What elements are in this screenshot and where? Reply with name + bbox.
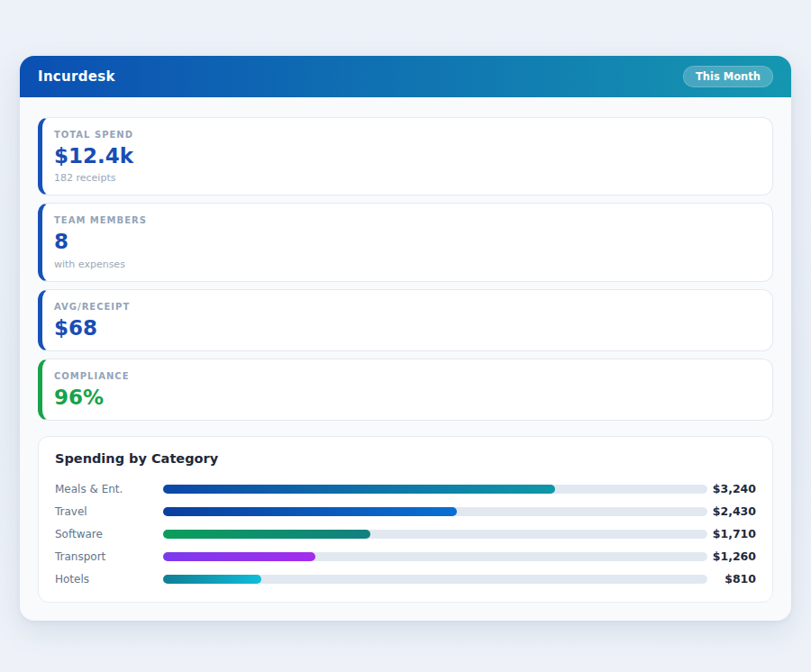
app-title: Incurdesk [38, 68, 115, 85]
category-value: $2,430 [707, 504, 756, 518]
category-label: Software [55, 528, 163, 540]
bar-track [163, 507, 707, 516]
bar-fill-travel [163, 507, 457, 516]
bar-fill-software [163, 530, 370, 539]
stat-sublabel: with expenses [54, 259, 756, 270]
category-label: Meals & Ent. [55, 483, 163, 495]
stat-value: $68 [54, 317, 756, 340]
category-label: Transport [55, 550, 163, 563]
category-value: $1,260 [707, 549, 756, 563]
bar-fill-transport [163, 552, 315, 561]
spending-chart-card: Spending by Category Meals & Ent. $3,240… [38, 436, 773, 603]
card-header: Incurdesk This Month [20, 56, 791, 97]
dashboard-card: Incurdesk This Month TOTAL SPEND $12.4k … [20, 56, 791, 621]
stat-label: AVG/RECEIPT [54, 302, 756, 312]
stat-label: TEAM MEMBERS [54, 215, 756, 225]
bar-track [163, 552, 707, 561]
bar-fill-meals [163, 485, 555, 494]
period-badge[interactable]: This Month [683, 66, 773, 87]
chart-row-transport: Transport $1,260 [55, 545, 756, 568]
bar-track [163, 575, 707, 584]
stat-label: TOTAL SPEND [54, 130, 756, 140]
chart-row-meals: Meals & Ent. $3,240 [55, 477, 756, 500]
stat-card-compliance: COMPLIANCE 96% [38, 359, 773, 421]
stat-sublabel: 182 receipts [54, 172, 756, 184]
chart-row-software: Software $1,710 [55, 522, 756, 545]
bar-track [163, 530, 707, 539]
bar-track [163, 485, 707, 494]
chart-title: Spending by Category [55, 451, 756, 466]
category-label: Travel [55, 505, 163, 518]
chart-row-travel: Travel $2,430 [55, 500, 756, 522]
stat-label: COMPLIANCE [54, 371, 756, 381]
chart-row-hotels: Hotels $810 [55, 568, 756, 590]
category-value: $810 [707, 572, 756, 586]
stat-card-total-spend: TOTAL SPEND $12.4k 182 receipts [38, 117, 773, 195]
stat-card-avg-receipt: AVG/RECEIPT $68 [38, 289, 773, 351]
stat-value: 8 [54, 231, 756, 253]
stat-value: $12.4k [54, 145, 756, 168]
category-label: Hotels [55, 573, 163, 586]
stat-card-team-members: TEAM MEMBERS 8 with expenses [38, 203, 773, 281]
category-value: $1,710 [707, 527, 756, 540]
bar-fill-hotels [163, 575, 261, 584]
category-value: $3,240 [707, 482, 756, 495]
card-body: TOTAL SPEND $12.4k 182 receipts TEAM MEM… [20, 97, 791, 621]
stat-value: 96% [54, 386, 756, 409]
